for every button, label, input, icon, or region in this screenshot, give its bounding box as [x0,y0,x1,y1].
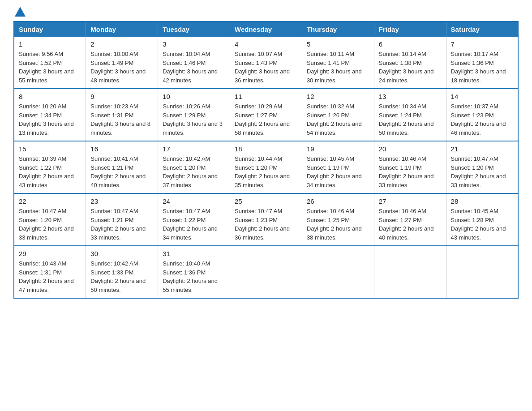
day-info: Sunrise: 10:32 AMSunset: 1:26 PMDaylight… [307,103,362,136]
day-number: 15 [19,145,81,153]
calendar-cell: 13 Sunrise: 10:34 AMSunset: 1:24 PMDayli… [374,89,446,141]
calendar-cell: 6 Sunrise: 10:14 AMSunset: 1:38 PMDaylig… [374,37,446,89]
header-tuesday: Tuesday [158,21,230,37]
day-number: 30 [90,250,153,257]
day-info: Sunrise: 10:42 AMSunset: 1:20 PMDaylight… [163,155,218,188]
calendar-cell: 27 Sunrise: 10:46 AMSunset: 1:27 PMDayli… [374,193,446,246]
day-number: 18 [235,145,297,153]
calendar-cell: 30 Sunrise: 10:42 AMSunset: 1:33 PMDayli… [86,246,158,298]
calendar-cell: 16 Sunrise: 10:41 AMSunset: 1:21 PMDayli… [86,141,158,193]
day-number: 5 [307,40,369,48]
day-info: Sunrise: 10:44 AMSunset: 1:20 PMDaylight… [235,155,290,188]
day-number: 7 [451,40,513,48]
day-number: 1 [19,40,81,48]
week-row-1: 1 Sunrise: 9:56 AMSunset: 1:52 PMDayligh… [14,37,518,89]
week-row-4: 22 Sunrise: 10:47 AMSunset: 1:20 PMDayli… [14,193,518,246]
day-number: 25 [235,197,297,205]
day-info: Sunrise: 10:43 AMSunset: 1:31 PMDaylight… [19,260,74,293]
day-number: 8 [19,93,81,100]
logo [13,9,26,17]
calendar-cell: 25 Sunrise: 10:47 AMSunset: 1:23 PMDayli… [230,193,302,246]
day-number: 6 [379,40,442,48]
calendar-cell: 14 Sunrise: 10:37 AMSunset: 1:23 PMDayli… [446,89,518,141]
calendar-cell: 24 Sunrise: 10:47 AMSunset: 1:22 PMDayli… [158,193,230,246]
day-number: 27 [379,197,442,205]
calendar-cell: 20 Sunrise: 10:46 AMSunset: 1:19 PMDayli… [374,141,446,193]
header-row: SundayMondayTuesdayWednesdayThursdayFrid… [14,21,518,37]
day-info: Sunrise: 10:11 AMSunset: 1:41 PMDaylight… [307,51,362,84]
day-number: 21 [451,145,513,153]
day-info: Sunrise: 10:42 AMSunset: 1:33 PMDaylight… [90,260,146,293]
day-info: Sunrise: 10:47 AMSunset: 1:21 PMDaylight… [90,208,146,241]
day-info: Sunrise: 10:23 AMSunset: 1:31 PMDaylight… [90,103,150,136]
day-info: Sunrise: 10:46 AMSunset: 1:19 PMDaylight… [379,155,434,188]
calendar-cell [446,246,518,298]
calendar-cell: 21 Sunrise: 10:47 AMSunset: 1:20 PMDayli… [446,141,518,193]
header-thursday: Thursday [302,21,374,37]
day-info: Sunrise: 10:45 AMSunset: 1:28 PMDaylight… [451,208,506,241]
day-info: Sunrise: 10:34 AMSunset: 1:24 PMDaylight… [379,103,434,136]
day-number: 14 [451,93,513,100]
day-number: 26 [307,197,369,205]
calendar-cell: 17 Sunrise: 10:42 AMSunset: 1:20 PMDayli… [158,141,230,193]
day-info: Sunrise: 10:47 AMSunset: 1:23 PMDaylight… [235,208,290,241]
day-info: Sunrise: 10:47 AMSunset: 1:22 PMDaylight… [163,208,218,241]
day-number: 12 [307,93,369,100]
calendar-cell: 11 Sunrise: 10:29 AMSunset: 1:27 PMDayli… [230,89,302,141]
calendar-cell: 28 Sunrise: 10:45 AMSunset: 1:28 PMDayli… [446,193,518,246]
day-info: Sunrise: 10:20 AMSunset: 1:34 PMDaylight… [19,103,74,136]
day-number: 11 [235,93,297,100]
day-number: 24 [163,197,225,205]
calendar-cell: 12 Sunrise: 10:32 AMSunset: 1:26 PMDayli… [302,89,374,141]
day-info: Sunrise: 10:39 AMSunset: 1:22 PMDaylight… [19,155,74,188]
day-number: 28 [451,197,513,205]
day-number: 4 [235,40,297,48]
calendar-cell: 19 Sunrise: 10:45 AMSunset: 1:19 PMDayli… [302,141,374,193]
day-info: Sunrise: 10:17 AMSunset: 1:36 PMDaylight… [451,51,506,84]
calendar-cell: 22 Sunrise: 10:47 AMSunset: 1:20 PMDayli… [14,193,86,246]
day-info: Sunrise: 10:37 AMSunset: 1:23 PMDaylight… [451,103,506,136]
week-row-5: 29 Sunrise: 10:43 AMSunset: 1:31 PMDayli… [14,246,518,298]
header-friday: Friday [374,21,446,37]
day-info: Sunrise: 9:56 AMSunset: 1:52 PMDaylight:… [19,51,74,84]
calendar-cell [302,246,374,298]
calendar-cell: 29 Sunrise: 10:43 AMSunset: 1:31 PMDayli… [14,246,86,298]
day-info: Sunrise: 10:07 AMSunset: 1:43 PMDaylight… [235,51,290,84]
day-info: Sunrise: 10:46 AMSunset: 1:25 PMDaylight… [307,208,362,241]
header-monday: Monday [86,21,158,37]
header-sunday: Sunday [14,21,86,37]
day-info: Sunrise: 10:40 AMSunset: 1:36 PMDaylight… [163,260,218,293]
week-row-3: 15 Sunrise: 10:39 AMSunset: 1:22 PMDayli… [14,141,518,193]
calendar-cell: 8 Sunrise: 10:20 AMSunset: 1:34 PMDaylig… [14,89,86,141]
logo-triangle-icon [15,7,26,17]
calendar-cell: 9 Sunrise: 10:23 AMSunset: 1:31 PMDaylig… [86,89,158,141]
day-number: 19 [307,145,369,153]
day-number: 23 [90,197,153,205]
day-info: Sunrise: 10:47 AMSunset: 1:20 PMDaylight… [451,155,506,188]
page-header [13,9,519,17]
week-row-2: 8 Sunrise: 10:20 AMSunset: 1:34 PMDaylig… [14,89,518,141]
day-info: Sunrise: 10:26 AMSunset: 1:29 PMDaylight… [163,103,223,136]
day-number: 13 [379,93,442,100]
calendar-cell: 26 Sunrise: 10:46 AMSunset: 1:25 PMDayli… [302,193,374,246]
calendar-cell: 5 Sunrise: 10:11 AMSunset: 1:41 PMDaylig… [302,37,374,89]
day-number: 31 [163,250,225,257]
day-number: 22 [19,197,81,205]
calendar-cell: 7 Sunrise: 10:17 AMSunset: 1:36 PMDaylig… [446,37,518,89]
calendar-cell: 4 Sunrise: 10:07 AMSunset: 1:43 PMDaylig… [230,37,302,89]
calendar-cell: 3 Sunrise: 10:04 AMSunset: 1:46 PMDaylig… [158,37,230,89]
day-number: 29 [19,250,81,257]
day-info: Sunrise: 10:29 AMSunset: 1:27 PMDaylight… [235,103,290,136]
calendar-cell: 23 Sunrise: 10:47 AMSunset: 1:21 PMDayli… [86,193,158,246]
day-info: Sunrise: 10:45 AMSunset: 1:19 PMDaylight… [307,155,362,188]
calendar-cell: 10 Sunrise: 10:26 AMSunset: 1:29 PMDayli… [158,89,230,141]
day-info: Sunrise: 10:14 AMSunset: 1:38 PMDaylight… [379,51,434,84]
calendar-cell: 2 Sunrise: 10:00 AMSunset: 1:49 PMDaylig… [86,37,158,89]
day-number: 20 [379,145,442,153]
calendar-cell: 31 Sunrise: 10:40 AMSunset: 1:36 PMDayli… [158,246,230,298]
day-number: 16 [90,145,153,153]
day-number: 3 [163,40,225,48]
calendar-cell [374,246,446,298]
day-info: Sunrise: 10:00 AMSunset: 1:49 PMDaylight… [90,51,146,84]
day-number: 17 [163,145,225,153]
